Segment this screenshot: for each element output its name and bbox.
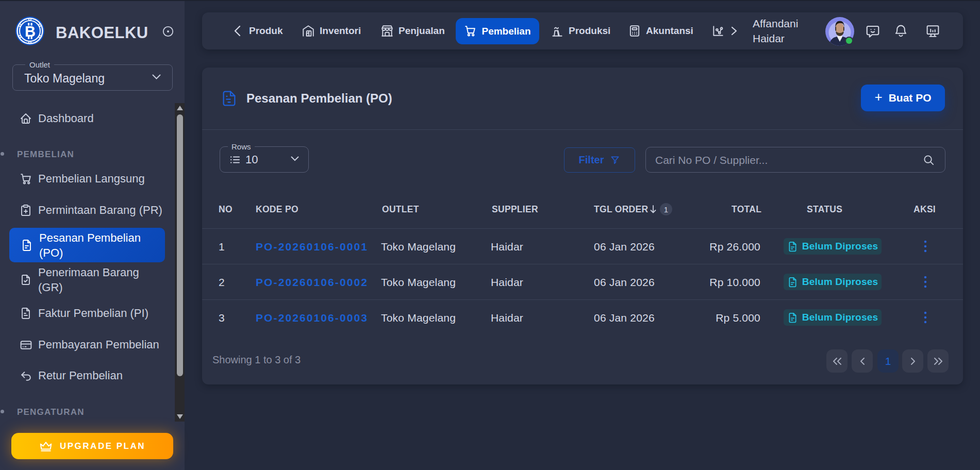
svg-text:B: B xyxy=(25,23,36,40)
